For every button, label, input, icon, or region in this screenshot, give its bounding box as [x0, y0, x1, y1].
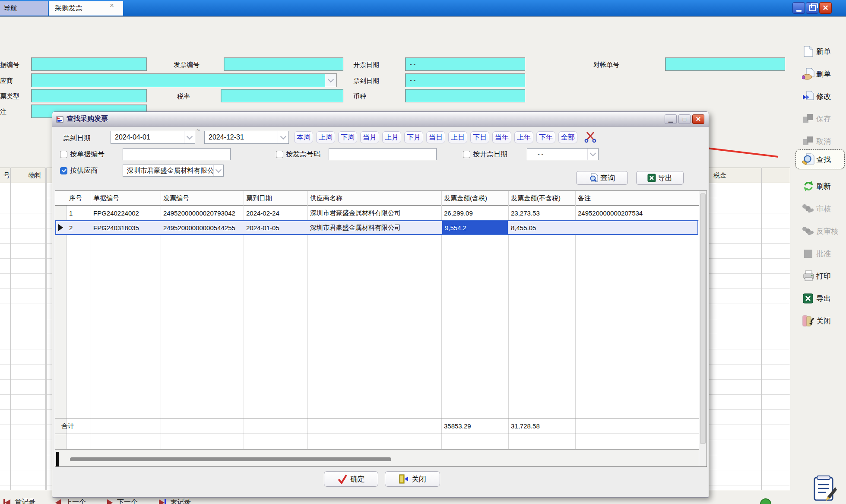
- date-from-combo[interactable]: 2024-04-01: [111, 131, 195, 144]
- col-header-note[interactable]: 备注: [575, 191, 699, 206]
- invoice-date-filter-combo[interactable]: - -: [527, 148, 599, 160]
- nav-next-record[interactable]: 下一个: [107, 498, 138, 504]
- filter-by-supplier[interactable]: 按供应商: [60, 166, 98, 175]
- col-header-supplier[interactable]: 供应商名称: [307, 191, 441, 206]
- sidebar-approve-button[interactable]: 批准: [802, 246, 846, 261]
- checkbox-checked[interactable]: [60, 167, 67, 174]
- dialog-close-x-button[interactable]: ✕: [692, 114, 704, 124]
- quick-last-year-button[interactable]: 上年: [514, 131, 533, 143]
- col-header-seq[interactable]: 序号: [67, 191, 91, 206]
- sidebar-unaudit-button[interactable]: 反审核: [802, 224, 846, 238]
- quick-today-button[interactable]: 当日: [426, 131, 445, 143]
- tab-close-icon[interactable]: ×: [106, 1, 117, 10]
- cell-supplier[interactable]: 深圳市君豪盛金属材料有限公司: [307, 220, 441, 235]
- supplier-field[interactable]: [31, 73, 337, 87]
- cell-amount-excl[interactable]: 23,273.53: [508, 206, 575, 220]
- quick-tomorrow-button[interactable]: 下日: [470, 131, 489, 143]
- invoice-date-field[interactable]: - -: [405, 57, 525, 71]
- nav-first-record[interactable]: 首记录: [3, 498, 35, 504]
- export-button[interactable]: 导出: [636, 171, 684, 185]
- sidebar-close-button[interactable]: 关闭: [802, 314, 846, 328]
- sidebar-print-button[interactable]: 打印: [802, 269, 846, 283]
- supplier-filter-combo[interactable]: 深圳市君豪盛金属材料有限公司: [123, 165, 224, 177]
- cell-supplier[interactable]: 深圳市君豪盛金属材料有限公司: [307, 206, 441, 220]
- quick-all-button[interactable]: 全部: [558, 131, 577, 143]
- note-edit-icon[interactable]: [813, 474, 837, 504]
- filter-by-invoice-no[interactable]: 按发票号码: [276, 150, 320, 159]
- invoice-no-field[interactable]: [224, 57, 343, 71]
- tax-rate-field[interactable]: [221, 89, 343, 102]
- invoice-type-field[interactable]: [31, 89, 147, 102]
- sidebar-delete-button[interactable]: 删单: [802, 67, 846, 81]
- sidebar-find-button[interactable]: 查找: [802, 152, 846, 167]
- filter-by-invoice-date[interactable]: 按开票日期: [463, 150, 507, 159]
- sidebar-refresh-button[interactable]: 刷新: [802, 179, 846, 193]
- checkbox-unchecked[interactable]: [60, 151, 67, 158]
- chevron-down-icon[interactable]: [213, 165, 223, 176]
- supplier-dropdown-button[interactable]: [325, 74, 336, 87]
- tab-navigation[interactable]: 导航: [0, 1, 48, 16]
- sidebar-export-button[interactable]: 导出: [802, 291, 846, 306]
- quick-next-month-button[interactable]: 下月: [404, 131, 423, 143]
- col-header-doc-no[interactable]: 单据编号: [91, 191, 161, 206]
- cell-arrive-date[interactable]: 2024-01-05: [244, 220, 307, 235]
- cell-seq[interactable]: 2: [67, 220, 91, 235]
- cell-seq[interactable]: 1: [67, 206, 91, 220]
- query-button[interactable]: 查询: [576, 171, 628, 185]
- col-header-amount-excl[interactable]: 发票金额(不含税): [508, 191, 575, 206]
- cell-invoice-no[interactable]: 24952000000020793042: [161, 206, 244, 220]
- checkbox-unchecked[interactable]: [463, 151, 470, 158]
- doc-no-filter-input[interactable]: [123, 148, 231, 160]
- quick-last-month-button[interactable]: 上月: [382, 131, 401, 143]
- filter-by-doc-no[interactable]: 按单据编号: [60, 150, 105, 159]
- scissors-icon[interactable]: [584, 131, 596, 145]
- sidebar-audit-button[interactable]: 审核: [802, 201, 846, 216]
- cell-doc-no[interactable]: FPG240318035: [91, 220, 161, 235]
- cell-note[interactable]: [575, 220, 699, 235]
- quick-this-month-button[interactable]: 当月: [360, 131, 379, 143]
- nav-prev-record[interactable]: 上一个: [55, 498, 86, 504]
- col-header-invoice-no[interactable]: 发票编号: [161, 191, 244, 206]
- tab-purchase-invoice[interactable]: 采购发票 ×: [49, 1, 123, 16]
- date-to-combo[interactable]: 2024-12-31: [204, 131, 289, 144]
- sidebar-cancel-button[interactable]: 取消: [802, 134, 846, 149]
- window-restore-button[interactable]: [806, 2, 818, 14]
- window-minimize-button[interactable]: [792, 2, 805, 14]
- dialog-maximize-button[interactable]: □: [678, 114, 691, 124]
- cell-invoice-no[interactable]: 24952000000000544255: [161, 220, 244, 235]
- quick-next-week-button[interactable]: 下周: [338, 131, 357, 143]
- chevron-down-icon[interactable]: [184, 131, 195, 143]
- col-header-arrive-date[interactable]: 票到日期: [244, 191, 307, 206]
- chevron-down-icon[interactable]: [587, 149, 598, 160]
- dialog-title-bar[interactable]: 查找采购发票: [52, 112, 709, 127]
- col-header-amount-incl[interactable]: 发票金额(含税): [441, 191, 508, 206]
- sidebar-new-button[interactable]: 新单: [802, 44, 846, 59]
- nav-last-record[interactable]: 末记录: [159, 498, 191, 504]
- quick-last-week-button[interactable]: 上周: [316, 131, 335, 143]
- chevron-down-icon[interactable]: [278, 131, 288, 143]
- quick-next-year-button[interactable]: 下年: [536, 131, 555, 143]
- cell-arrive-date[interactable]: 2024-02-24: [244, 206, 307, 220]
- cell-amount-incl-selected[interactable]: 9,554.2: [442, 221, 508, 234]
- invoice-no-filter-input[interactable]: [329, 148, 437, 160]
- cell-doc-no[interactable]: FPG240224002: [91, 206, 161, 220]
- arrive-date-field[interactable]: - -: [405, 73, 525, 87]
- doc-no-field[interactable]: [31, 57, 147, 71]
- cell-amount-excl[interactable]: 8,455.05: [508, 220, 575, 235]
- sidebar-modify-button[interactable]: 修改: [802, 89, 846, 104]
- currency-field[interactable]: [405, 89, 525, 102]
- dialog-close-button[interactable]: 关闭: [385, 471, 440, 487]
- h-scrollbar-thumb[interactable]: [70, 457, 391, 461]
- ok-button[interactable]: 确定: [324, 471, 378, 487]
- v-scrollbar-thumb[interactable]: [700, 193, 706, 444]
- recon-no-field[interactable]: [665, 57, 785, 71]
- sidebar-save-button[interactable]: 保存: [802, 111, 846, 126]
- dialog-minimize-button[interactable]: ▁: [665, 114, 677, 124]
- window-close-button[interactable]: ✕: [819, 2, 832, 14]
- cell-note[interactable]: 249520000000207534: [575, 206, 699, 220]
- quick-this-year-button[interactable]: 当年: [492, 131, 511, 143]
- cell-amount-incl[interactable]: 26,299.09: [441, 206, 508, 220]
- checkbox-unchecked[interactable]: [276, 151, 283, 158]
- quick-yesterday-button[interactable]: 上日: [448, 131, 467, 143]
- quick-this-week-button[interactable]: 本周: [294, 131, 313, 143]
